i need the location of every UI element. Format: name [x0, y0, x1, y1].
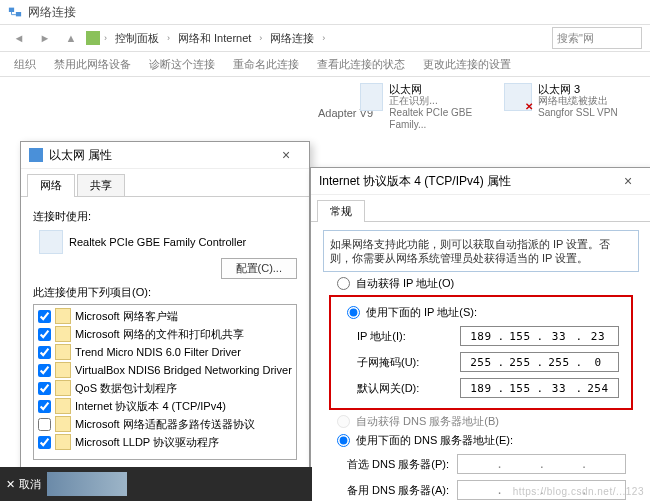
window-title-bar: 网络连接 [0, 0, 650, 25]
list-item[interactable]: Microsoft 网络适配器多路传送器协议 [36, 415, 294, 433]
breadcrumb-item[interactable]: 网络连接 [266, 29, 318, 48]
dns2-label: 备用 DNS 服务器(A): [347, 483, 457, 498]
list-item[interactable]: QoS 数据包计划程序 [36, 379, 294, 397]
list-item[interactable]: Microsoft LLDP 协议驱动程序 [36, 433, 294, 451]
cmd-rename[interactable]: 重命名此连接 [233, 57, 299, 72]
list-item[interactable]: Microsoft 网络的文件和打印机共享 [36, 325, 294, 343]
chevron-right-icon: › [104, 33, 107, 43]
svg-rect-1 [16, 12, 21, 16]
content-area: Adapter V9 以太网 正在识别... Realtek PCIe GBE … [0, 77, 650, 497]
auto-ip-label: 自动获得 IP 地址(O) [356, 276, 454, 291]
chevron-right-icon: › [322, 33, 325, 43]
breadcrumb-item[interactable]: 控制面板 [111, 29, 163, 48]
cmd-diagnose[interactable]: 诊断这个连接 [149, 57, 215, 72]
adapter-icon [39, 230, 63, 254]
nav-back-button[interactable]: ◄ [8, 27, 30, 49]
protocol-icon [55, 416, 71, 432]
chevron-right-icon: › [167, 33, 170, 43]
nav-up-button[interactable]: ▲ [60, 27, 82, 49]
network-icon [8, 5, 22, 19]
list-item[interactable]: VirtualBox NDIS6 Bridged Networking Driv… [36, 361, 294, 379]
adapter-status: 正在识别... [389, 95, 490, 107]
protocol-label: VirtualBox NDIS6 Bridged Networking Driv… [75, 364, 292, 376]
manual-ip-label: 使用下面的 IP 地址(S): [366, 305, 477, 320]
ipv4-properties-dialog: Internet 协议版本 4 (TCP/IPv4) 属性 × 常规 如果网络支… [310, 167, 650, 501]
protocol-icon [55, 380, 71, 396]
breadcrumb-item[interactable]: 网络和 Internet [174, 29, 255, 48]
taskbar: ✕ 取消 [0, 467, 312, 501]
protocol-checkbox[interactable] [38, 328, 51, 341]
protocol-list[interactable]: Microsoft 网络客户端Microsoft 网络的文件和打印机共享Tren… [33, 304, 297, 460]
protocol-checkbox[interactable] [38, 418, 51, 431]
protocol-label: QoS 数据包计划程序 [75, 381, 177, 396]
manual-ip-radio[interactable] [347, 306, 360, 319]
subnet-mask-label: 子网掩码(U): [357, 355, 460, 370]
protocol-icon [55, 434, 71, 450]
close-button[interactable]: × [271, 147, 301, 163]
protocol-checkbox[interactable] [38, 436, 51, 449]
svg-rect-3 [29, 148, 43, 162]
dns1-input[interactable]: ... [457, 454, 626, 474]
adapter-name: 以太网 [389, 83, 490, 95]
search-input[interactable]: 搜索"网 [552, 27, 642, 49]
svg-rect-2 [86, 31, 100, 45]
protocol-checkbox[interactable] [38, 310, 51, 323]
configure-button[interactable]: 配置(C)... [221, 258, 297, 279]
tab-sharing[interactable]: 共享 [77, 174, 125, 197]
manual-dns-label: 使用下面的 DNS 服务器地址(E): [356, 433, 513, 448]
adapter-detail: Sangfor SSL VPN [538, 107, 618, 119]
tab-general[interactable]: 常规 [317, 200, 365, 222]
subnet-mask-input[interactable]: 255.255.255.0 [460, 352, 619, 372]
ip-address-label: IP 地址(I): [357, 329, 460, 344]
connect-using-label: 连接时使用: [33, 209, 297, 224]
adapter-status: 网络电缆被拔出 [538, 95, 618, 107]
command-bar: 组织 禁用此网络设备 诊断这个连接 重命名此连接 查看此连接的状态 更改此连接的… [0, 52, 650, 77]
breadcrumb: ◄ ► ▲ › 控制面板 › 网络和 Internet › 网络连接 › 搜索"… [0, 25, 650, 52]
chevron-right-icon: › [259, 33, 262, 43]
protocol-checkbox[interactable] [38, 382, 51, 395]
tab-network[interactable]: 网络 [27, 174, 75, 197]
protocol-label: Internet 协议版本 4 (TCP/IPv4) [75, 399, 226, 414]
adapter-name: 以太网 3 [538, 83, 618, 95]
adapter-item[interactable]: 以太网 正在识别... Realtek PCIe GBE Family... [360, 83, 490, 131]
adapter-name-field: Realtek PCIe GBE Family Controller [69, 236, 246, 248]
intro-text: 如果网络支持此功能，则可以获取自动指派的 IP 设置。否则，你需要从网络系统管理… [323, 230, 639, 272]
control-panel-icon [86, 31, 100, 45]
manual-dns-radio[interactable] [337, 434, 350, 447]
cmd-change-settings[interactable]: 更改此连接的设置 [423, 57, 511, 72]
protocol-icon [55, 308, 71, 324]
auto-ip-radio[interactable] [337, 277, 350, 290]
protocol-label: Trend Micro NDIS 6.0 Filter Driver [75, 346, 241, 358]
protocol-label: Microsoft LLDP 协议驱动程序 [75, 435, 219, 450]
protocol-checkbox[interactable] [38, 364, 51, 377]
protocol-icon [55, 344, 71, 360]
adapter-icon [360, 83, 383, 111]
svg-rect-0 [9, 8, 14, 12]
auto-dns-radio [337, 415, 350, 428]
protocol-checkbox[interactable] [38, 346, 51, 359]
window-title: 网络连接 [28, 4, 76, 21]
protocol-label: Microsoft 网络适配器多路传送器协议 [75, 417, 255, 432]
adapter-list: 以太网 正在识别... Realtek PCIe GBE Family... 以… [360, 83, 634, 131]
taskbar-cancel[interactable]: ✕ 取消 [6, 477, 41, 492]
ethernet-properties-dialog: 以太网 属性 × 网络 共享 连接时使用: Realtek PCIe GBE F… [20, 141, 310, 501]
taskbar-thumbnail[interactable] [47, 472, 127, 496]
cmd-disable[interactable]: 禁用此网络设备 [54, 57, 131, 72]
cmd-organize[interactable]: 组织 [14, 57, 36, 72]
cmd-status[interactable]: 查看此连接的状态 [317, 57, 405, 72]
close-button[interactable]: × [613, 173, 643, 189]
ip-address-input[interactable]: 189.155.33.23 [460, 326, 619, 346]
adapter-item[interactable]: 以太网 3 网络电缆被拔出 Sangfor SSL VPN [504, 83, 634, 131]
list-item[interactable]: Microsoft 网络客户端 [36, 307, 294, 325]
gateway-input[interactable]: 189.155.33.254 [460, 378, 619, 398]
protocol-label: Microsoft 网络的文件和打印机共享 [75, 327, 244, 342]
dns1-label: 首选 DNS 服务器(P): [347, 457, 457, 472]
protocol-checkbox[interactable] [38, 400, 51, 413]
adapter-detail: Realtek PCIe GBE Family... [389, 107, 490, 131]
items-list-label: 此连接使用下列项目(O): [33, 285, 297, 300]
dialog-title: 以太网 属性 [49, 147, 112, 164]
protocol-label: Microsoft 网络客户端 [75, 309, 178, 324]
list-item[interactable]: Trend Micro NDIS 6.0 Filter Driver [36, 343, 294, 361]
nav-forward-button[interactable]: ► [34, 27, 56, 49]
list-item[interactable]: Internet 协议版本 4 (TCP/IPv4) [36, 397, 294, 415]
